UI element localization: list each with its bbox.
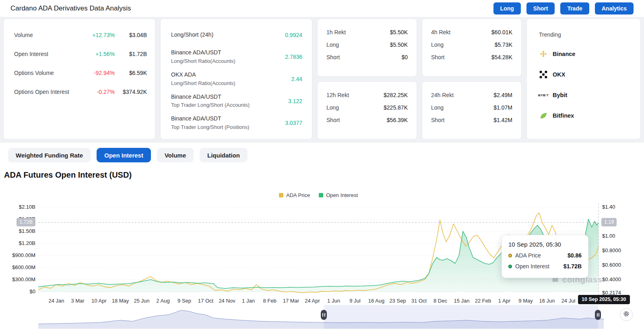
y-axis-label-right: $0.4000 xyxy=(602,276,621,283)
page: Cardano ADA Derivatives Data Analysis Lo… xyxy=(0,0,644,336)
tooltip-series-label: ADA Price xyxy=(515,252,568,259)
crosshair-date-badge: 10 Sep 2025, 05:30 xyxy=(578,295,630,304)
series-dot xyxy=(508,254,512,257)
y-axis-label-right: $0.6000 xyxy=(602,262,621,268)
y-axis-label-left: $900.00M xyxy=(0,252,35,259)
navigator-left-handle[interactable] xyxy=(321,310,327,320)
header-nav: LongShortTradeAnalytics xyxy=(493,2,634,15)
y-axis-label-left: $1.50B xyxy=(0,228,35,234)
page-title: Cardano ADA Derivatives Data Analysis xyxy=(10,4,131,12)
y-axis-label-left: $1.20B xyxy=(0,240,35,247)
chart-settings-button[interactable] xyxy=(620,308,633,321)
tooltip-row-open-interest: Open Interest$1.72B xyxy=(508,263,582,270)
nav-button-analytics[interactable]: Analytics xyxy=(595,2,634,15)
nav-button-long[interactable]: Long xyxy=(493,2,521,15)
tooltip-row-ada-price: ADA Price$0.86 xyxy=(508,252,582,259)
header: Cardano ADA Derivatives Data Analysis Lo… xyxy=(0,0,644,17)
x-axis-label: 24 Jul xyxy=(556,298,581,304)
legend-label: ADA Price xyxy=(286,192,310,198)
chart-tabs: Weighted Funding RateOpen InterestVolume… xyxy=(8,148,248,162)
y-axis-label-right: $1.00 xyxy=(602,233,615,239)
y-axis-label-left: $0 xyxy=(0,288,35,295)
current-price-axis-badge: 1.19 xyxy=(601,218,617,226)
legend-item-open-interest: Open Interest xyxy=(319,192,358,198)
tab-open-interest[interactable]: Open Interest xyxy=(97,148,151,162)
y-axis-label-right: $1.40 xyxy=(602,204,615,210)
current-open-interest-badge: 1.72B xyxy=(17,218,35,226)
legend-item-ada-price: ADA Price xyxy=(279,192,310,198)
legend-swatch xyxy=(279,193,283,197)
legend-label: Open Interest xyxy=(326,192,358,198)
nav-button-trade[interactable]: Trade xyxy=(560,2,589,15)
tab-liquidation[interactable]: Liquidation xyxy=(200,148,248,162)
tooltip-series-value: $1.72B xyxy=(564,263,582,270)
gear-icon xyxy=(622,310,630,319)
legend-swatch xyxy=(319,193,323,197)
chart-tooltip: 10 Sep 2025, 05:30 ADA Price$0.86Open In… xyxy=(502,235,588,278)
y-axis-label-left: $600.00M xyxy=(0,264,35,271)
tab-volume[interactable]: Volume xyxy=(157,148,194,162)
y-axis-label-left: $300.00M xyxy=(0,276,35,283)
y-axis-label-left: $2.10B xyxy=(0,204,35,210)
series-dot xyxy=(508,265,512,268)
tooltip-series-label: Open Interest xyxy=(515,263,564,270)
tooltip-rows: ADA Price$0.86Open Interest$1.72B xyxy=(508,252,582,270)
chart-canvas[interactable] xyxy=(0,0,644,336)
tab-weighted-funding-rate[interactable]: Weighted Funding Rate xyxy=(8,148,91,162)
tooltip-date: 10 Sep 2025, 05:30 xyxy=(508,241,582,248)
chart-legend: ADA PriceOpen Interest xyxy=(38,192,599,198)
tooltip-series-value: $0.86 xyxy=(568,252,582,259)
nav-button-short[interactable]: Short xyxy=(526,2,555,15)
y-axis-label-right: $0.8000 xyxy=(602,247,621,254)
chart-title: ADA Futures Open Interest (USD) xyxy=(4,170,132,180)
navigator-right-handle[interactable] xyxy=(595,310,601,320)
